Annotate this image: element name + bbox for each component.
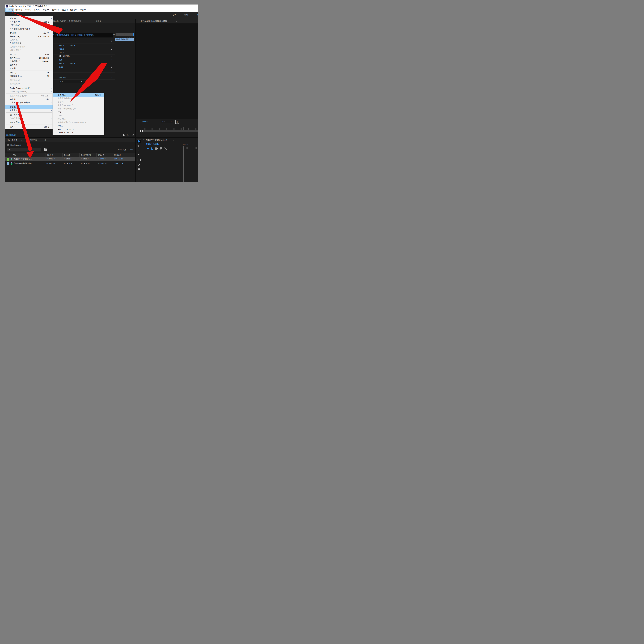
search-input[interactable] [7,148,41,151]
menu-item[interactable]: 设为脱机(O)... [5,82,53,86]
reset-parameter-icon[interactable]: ↺ [111,44,112,46]
blend-mode-select[interactable]: 正常▾ [59,80,83,83]
menu-item[interactable]: 磁带 (DV/HDV)(T)... [53,104,104,107]
video-in[interactable]: 00:00:00:00 [98,162,107,164]
menu-item[interactable]: 项目设置(P)› [5,113,53,116]
mini-scrollbar[interactable]: ||| [116,33,134,36]
menubar-item-file[interactable]: 文件(F) [5,8,14,12]
menu-item[interactable]: Adobe Anywhere(H)› [5,90,53,93]
menubar-item-7[interactable]: 窗口(W) [69,8,78,12]
menu-item[interactable]: Final Cut Pro XML... [53,131,104,134]
type-tool[interactable] [137,172,141,176]
filter-icon[interactable] [122,133,125,137]
snap-magnet-icon[interactable] [151,147,154,150]
menu-item[interactable]: 字幕(C)... [53,100,104,104]
tab-project[interactable]: 项目: 未命名 [7,139,17,141]
menu-item[interactable]: 打开最近使用的内容(E)› [5,27,53,31]
menu-item[interactable]: 打开项目(O)...Ctrl+O [5,20,53,24]
hand-tool[interactable] [137,167,141,171]
menu-item[interactable]: 导入(I)...Ctrl+I [5,98,53,101]
workspace-tab-partial[interactable]: 编 [197,14,198,16]
insert-overwrite-icon[interactable] [146,147,149,150]
param-value[interactable]: 100.0 % [59,77,66,79]
program-timecode[interactable]: 00:04:11:17 [142,120,154,123]
menu-item[interactable]: OMF... [53,114,104,117]
menu-item[interactable]: 导出(E)› [5,105,53,109]
reset-parameter-icon[interactable]: ↺ [111,55,112,57]
column-separator[interactable] [96,153,97,157]
workspace-tab-learn[interactable]: 学习 [173,14,176,16]
menubar-item-6[interactable]: 视图(V) [60,8,69,12]
menu-item[interactable]: 从媒体浏览器导入(M)Ctrl+Alt+I [5,94,53,98]
reset-parameter-icon[interactable]: ↺ [111,80,112,82]
tab-metadata[interactable]: 元数据 [96,20,101,22]
mini-playhead-line[interactable] [134,33,134,139]
program-playhead-handle[interactable] [140,130,143,132]
menubar-item-1[interactable]: 编辑(E) [14,8,23,12]
project-menu-icon[interactable]: ≡ [21,139,22,141]
menu-item[interactable]: 退出(X)Ctrl+Q [5,125,53,129]
table-row[interactable]: 赤峰翁牛特旗摄影活动00:00:00:0000:04:11:2400:04:12… [5,157,135,161]
tab-program[interactable]: 节目: 赤峰翁牛特旗摄影活动花絮 [141,20,167,22]
slip-tool[interactable] [137,158,141,162]
video-in[interactable]: 00:00:00:00 [98,158,107,160]
menu-item[interactable]: 作品设置(J)› [5,116,53,120]
menu-item[interactable]: 磁带（串行设备）(S)... [53,107,104,110]
zoom-level-select[interactable]: 适合▾ [161,120,173,123]
find-in-project-icon[interactable] [44,148,47,151]
column-separator[interactable] [79,153,80,157]
reset-parameter-icon[interactable]: ↺ [111,59,112,61]
menu-item[interactable]: 项目管理(N)... [5,121,53,124]
play-audio-icon[interactable]: ▶♪ [127,134,129,136]
column-header[interactable]: 视频出点 [114,154,121,156]
clip-name[interactable]: 赤峰翁牛特旗摄影活动 [14,158,32,160]
menu-item[interactable]: 关闭作品 [5,38,53,42]
timeline-ruler[interactable] [183,147,197,149]
menu-item[interactable]: 动态图形模板(R)... [53,97,104,100]
menu-item[interactable]: 关闭所有项目 [5,42,53,45]
linked-selection-icon[interactable] [155,147,158,150]
next-keyframe-icon[interactable]: ▶ [113,33,115,35]
reset-parameter-icon[interactable]: ↺ [111,48,112,50]
mini-clip-bar[interactable]: 赤峰翁牛特旗摄影 [115,38,134,41]
menu-item[interactable]: 捕捉(T)...F5 [5,71,53,74]
menu-item[interactable]: 保存(S)Ctrl+S [5,53,53,56]
clip-name[interactable]: 赤峰翁牛特旗摄影活动 [14,162,32,165]
param-value[interactable]: 960.0 [59,62,64,65]
column-header[interactable]: 媒体结束 [64,154,70,156]
razor-tool[interactable] [137,154,141,157]
menu-item[interactable]: 获取属性(G)› [5,109,53,112]
timeline-playhead-line[interactable] [183,146,184,182]
menu-item[interactable]: EDL... [53,110,104,114]
param-value[interactable]: 540.0 [70,62,75,65]
menubar-item-3[interactable]: 序列(S) [32,8,41,12]
menu-item[interactable]: 将选择项导出为 Premiere 项目(S)... [53,121,104,124]
menu-item[interactable]: Adobe Dynamic Link(K)› [5,86,53,90]
export-frame-icon[interactable] [132,133,134,136]
program-menu-icon[interactable]: ≡ [176,20,177,22]
tab-media-browser[interactable]: 媒体浏览器 [28,139,37,141]
reset-parameter-icon[interactable]: ↺ [111,70,112,72]
pen-tool[interactable] [137,163,141,166]
reset-parameter-icon[interactable]: ↺ [111,77,112,79]
menubar-item-2[interactable]: 剪辑(C) [23,8,32,12]
menu-item[interactable]: 关闭项目(P)Ctrl+Shift+W [5,35,53,38]
menu-item[interactable]: 新建(N)› [5,17,53,20]
selection-tool[interactable] [137,140,141,143]
param-value[interactable]: 0.0 [59,59,62,61]
tab-library[interactable]: 库 [44,139,46,141]
add-marker-icon[interactable] [160,147,162,150]
fx-timecode[interactable]: 00:04:11:17 [6,134,16,136]
folder-up-icon[interactable] [7,143,10,146]
timeline-tab[interactable]: 赤峰翁牛特旗摄影活动花絮 [146,139,167,141]
param-value[interactable]: 960.0 [59,44,64,46]
uniform-scale-checkbox[interactable]: ✓ [60,55,61,57]
label-color-chip[interactable] [7,158,9,161]
menu-item[interactable]: 标记(M)... [53,117,104,121]
video-out[interactable]: 00:04:11:24 [114,162,123,164]
menu-item[interactable]: Avid Log Exchange... [53,128,104,131]
param-value[interactable]: 0.00 [59,66,63,68]
menu-item[interactable]: 关闭所有其他项目 [5,45,53,49]
tab-audio-mixer[interactable]: 混合器: 赤峰翁牛特旗摄影活动花絮 [53,20,81,22]
table-row[interactable]: 赤峰翁牛特旗摄影活动00:00:00:0000:04:11:2400:04:12… [5,161,135,166]
